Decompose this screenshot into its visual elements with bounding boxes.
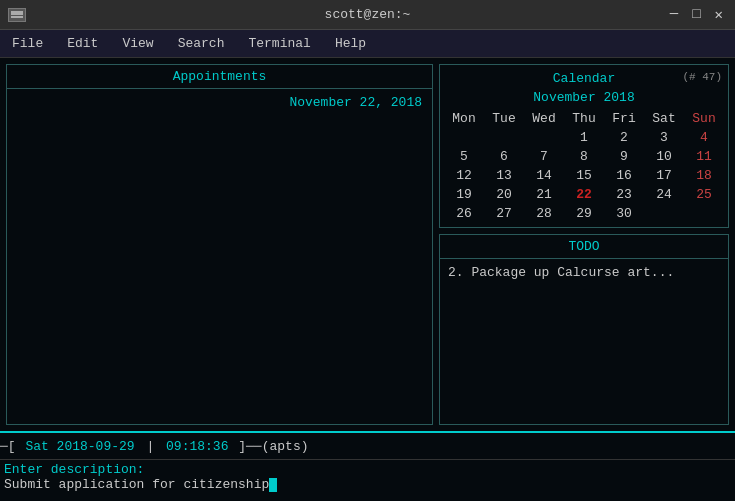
close-button[interactable]: ✕ <box>711 6 727 23</box>
statusbar: ─[ Sat 2018-09-29 | 09:18:36 ]── (apts) <box>0 431 735 459</box>
status-time: 09:18:36 <box>164 439 230 454</box>
input-text[interactable]: Submit application for citizenship <box>4 477 269 492</box>
window-controls: ─ □ ✕ <box>666 6 727 23</box>
titlebar-left <box>8 8 30 22</box>
app-window: scott@zen:~ ─ □ ✕ File Edit View Search … <box>0 0 735 501</box>
calendar-grid: Mon Tue Wed Thu Fri Sat Sun <box>444 109 724 223</box>
appointments-title: Appointments <box>7 65 432 89</box>
titlebar: scott@zen:~ ─ □ ✕ <box>0 0 735 30</box>
bracket-left: ─[ <box>0 439 23 454</box>
table-row: 1 2 3 4 <box>444 128 724 147</box>
calendar-title: Calendar (# 47) <box>444 69 724 90</box>
today-cell[interactable]: 22 <box>564 185 604 204</box>
menu-search[interactable]: Search <box>174 34 229 53</box>
table-row: 5 6 7 8 9 10 11 <box>444 147 724 166</box>
input-value-row: Submit application for citizenship <box>4 477 731 492</box>
menubar: File Edit View Search Terminal Help <box>0 30 735 58</box>
minimize-button[interactable]: ─ <box>666 6 682 23</box>
menu-view[interactable]: View <box>118 34 157 53</box>
col-mon: Mon <box>444 109 484 128</box>
appointments-date: November 22, 2018 <box>7 89 432 116</box>
week-number: (# 47) <box>682 71 722 83</box>
maximize-button[interactable]: □ <box>688 6 704 23</box>
menu-terminal[interactable]: Terminal <box>244 34 314 53</box>
todo-title: TODO <box>440 235 728 259</box>
right-column: Calendar (# 47) November 2018 Mon Tue We… <box>439 64 729 425</box>
calendar-month-year: November 2018 <box>444 90 724 105</box>
content-area: Appointments November 22, 2018 Calendar … <box>0 58 735 431</box>
input-label: Enter description: <box>4 462 731 477</box>
table-row: 26 27 28 29 30 <box>444 204 724 223</box>
bracket-right: ]── <box>230 439 261 454</box>
table-row: 12 13 14 15 16 17 18 <box>444 166 724 185</box>
menu-file[interactable]: File <box>8 34 47 53</box>
status-apts: (apts) <box>262 439 309 454</box>
status-date: Sat 2018-09-29 <box>23 439 136 454</box>
list-item: 2. Package up Calcurse art... <box>440 259 728 286</box>
text-cursor <box>269 478 277 492</box>
calendar-panel: Calendar (# 47) November 2018 Mon Tue We… <box>439 64 729 228</box>
col-sun: Sun <box>684 109 724 128</box>
appointments-panel: Appointments November 22, 2018 <box>6 64 433 425</box>
todo-panel: TODO 2. Package up Calcurse art... <box>439 234 729 425</box>
col-thu: Thu <box>564 109 604 128</box>
window-title: scott@zen:~ <box>325 7 411 22</box>
menu-edit[interactable]: Edit <box>63 34 102 53</box>
col-sat: Sat <box>644 109 684 128</box>
menu-help[interactable]: Help <box>331 34 370 53</box>
col-tue: Tue <box>484 109 524 128</box>
input-area: Enter description: Submit application fo… <box>0 459 735 501</box>
col-wed: Wed <box>524 109 564 128</box>
status-pipe: | <box>137 439 164 454</box>
app-icon <box>8 8 26 22</box>
table-row: 19 20 21 22 23 24 25 <box>444 185 724 204</box>
col-fri: Fri <box>604 109 644 128</box>
